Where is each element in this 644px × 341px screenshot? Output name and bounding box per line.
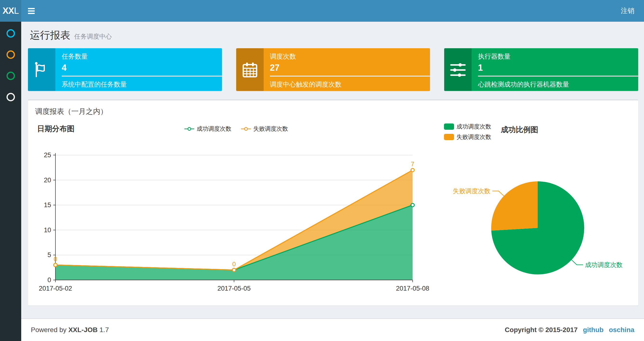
sliders-icon	[444, 48, 472, 91]
brand-name: XXL-JOB	[68, 326, 98, 333]
data-point-label: 7	[411, 160, 414, 168]
stat-box-triggers-content: 调度次数 27 调度中心触发的调度次数	[264, 48, 430, 91]
page-footer: Powered by XXL-JOB 1.7 Copyright © 2015-…	[21, 318, 644, 341]
sidebar-toggle-icon[interactable]	[28, 8, 35, 14]
stat-box-executors-content: 执行器数量 1 心跳检测成功的执行器机器数量	[472, 48, 638, 91]
powered-by: Powered by XXL-JOB 1.7	[31, 326, 109, 334]
sidebar-item-4-circle-icon[interactable]	[6, 93, 15, 101]
svg-text:10: 10	[44, 226, 51, 234]
success-ratio-chart: 成功调度次数 失败调度次数 成功比例图 成功调度次数失败调度次数	[436, 119, 630, 298]
svg-text:0: 0	[48, 276, 51, 284]
legend-item-fail[interactable]: 失败调度次数	[241, 125, 288, 133]
pie-chart-canvas: 成功调度次数失败调度次数	[436, 138, 630, 292]
legend-label: 成功调度次数	[197, 125, 232, 133]
report-panel: 调度报表（一月之内） 日期分布图 成功调度次数	[28, 100, 638, 305]
stat-label: 调度次数	[270, 52, 430, 61]
divider	[62, 76, 222, 77]
stat-box-executors: 执行器数量 1 心跳检测成功的执行器机器数量	[444, 48, 638, 91]
divider	[478, 76, 638, 77]
line-chart-legend: 成功调度次数 失败调度次数	[184, 125, 288, 133]
data-point-marker	[411, 168, 414, 172]
legend-swatch-icon	[444, 124, 454, 130]
collapsed-sidebar	[0, 22, 21, 341]
data-point-marker	[411, 203, 414, 207]
report-panel-body: 日期分布图 成功调度次数	[28, 119, 638, 305]
stat-label: 任务数量	[62, 52, 222, 61]
top-navbar: XXL 注销	[0, 0, 644, 22]
line-chart-header: 日期分布图 成功调度次数	[36, 119, 436, 138]
svg-text:2017-05-05: 2017-05-05	[218, 285, 251, 292]
page-subtitle: 任务调度中心	[74, 32, 112, 41]
pie-chart-legend: 成功调度次数 失败调度次数	[444, 123, 491, 141]
pie-chart-header: 成功调度次数 失败调度次数 成功比例图	[436, 119, 630, 138]
app-logo-text-light: L	[14, 6, 19, 16]
svg-text:2017-05-02: 2017-05-02	[39, 285, 72, 292]
legend-label: 失败调度次数	[253, 125, 288, 133]
sidebar-item-3-circle-icon[interactable]	[6, 72, 15, 80]
line-marker-icon	[241, 127, 251, 131]
navbar-body: 注销	[21, 0, 644, 22]
svg-text:25: 25	[44, 151, 51, 159]
pie-label-line	[492, 191, 504, 196]
stat-description: 系统中配置的任务数量	[62, 80, 222, 89]
svg-text:15: 15	[44, 201, 51, 209]
pie-label-line	[572, 260, 583, 265]
stat-box-jobs-content: 任务数量 4 系统中配置的任务数量	[56, 48, 222, 91]
data-point-label: 0	[232, 260, 236, 268]
line-marker-icon	[184, 127, 194, 131]
svg-text:5: 5	[48, 251, 51, 258]
pie-label: 失败调度次数	[453, 187, 490, 195]
copyright-area: Copyright © 2015-2017 github oschina	[505, 326, 634, 334]
date-distribution-chart: 日期分布图 成功调度次数	[36, 119, 436, 298]
logout-link[interactable]: 注销	[621, 6, 634, 16]
page-title: 运行报表	[30, 29, 70, 42]
report-panel-title: 调度报表（一月之内）	[35, 107, 108, 115]
stat-value: 4	[62, 63, 222, 73]
legend-item-fail[interactable]: 失败调度次数	[444, 133, 491, 141]
stat-box-triggers: 调度次数 27 调度中心触发的调度次数	[236, 48, 430, 91]
legend-item-success[interactable]: 成功调度次数	[184, 125, 232, 133]
pie-label: 成功调度次数	[585, 261, 622, 268]
line-chart-title: 日期分布图	[37, 124, 74, 134]
copyright-text: Copyright © 2015-2017	[505, 326, 578, 334]
legend-label: 成功调度次数	[456, 123, 491, 130]
app-logo[interactable]: XXL	[0, 0, 21, 22]
legend-item-success[interactable]: 成功调度次数	[444, 123, 491, 130]
calendar-icon	[236, 48, 264, 91]
data-point-marker	[54, 263, 57, 267]
legend-label: 失败调度次数	[456, 133, 491, 141]
data-point-label: 0	[54, 255, 57, 263]
flag-icon	[28, 48, 56, 91]
page-header: 运行报表 任务调度中心	[30, 29, 638, 42]
stat-value: 27	[270, 63, 430, 73]
divider	[270, 76, 430, 77]
sidebar-item-1-circle-icon[interactable]	[6, 29, 15, 38]
brand-version: 1.7	[100, 326, 109, 333]
legend-swatch-icon	[444, 134, 454, 140]
data-point-marker	[232, 268, 236, 272]
content-area: 运行报表 任务调度中心 任务数量 4	[21, 22, 644, 318]
svg-text:2017-05-08: 2017-05-08	[396, 285, 429, 292]
line-chart-canvas: 05101520252017-05-022017-05-052017-05-08…	[36, 138, 436, 297]
stat-boxes-row: 任务数量 4 系统中配置的任务数量	[28, 48, 638, 91]
stat-label: 执行器数量	[478, 52, 638, 61]
stat-description: 心跳检测成功的执行器机器数量	[478, 80, 638, 89]
sidebar-item-2-circle-icon[interactable]	[6, 50, 15, 59]
app-logo-text-bold: XX	[3, 6, 14, 16]
report-panel-header: 调度报表（一月之内）	[28, 100, 638, 119]
stat-box-jobs: 任务数量 4 系统中配置的任务数量	[28, 48, 222, 91]
stat-description: 调度中心触发的调度次数	[270, 80, 430, 89]
stat-value: 1	[478, 63, 638, 73]
powered-prefix: Powered by	[31, 326, 66, 333]
svg-text:20: 20	[44, 177, 51, 184]
pie-chart-title: 成功比例图	[501, 125, 538, 135]
github-link[interactable]: github	[583, 326, 604, 334]
oschina-link[interactable]: oschina	[609, 326, 634, 334]
pie-slice	[491, 181, 538, 231]
